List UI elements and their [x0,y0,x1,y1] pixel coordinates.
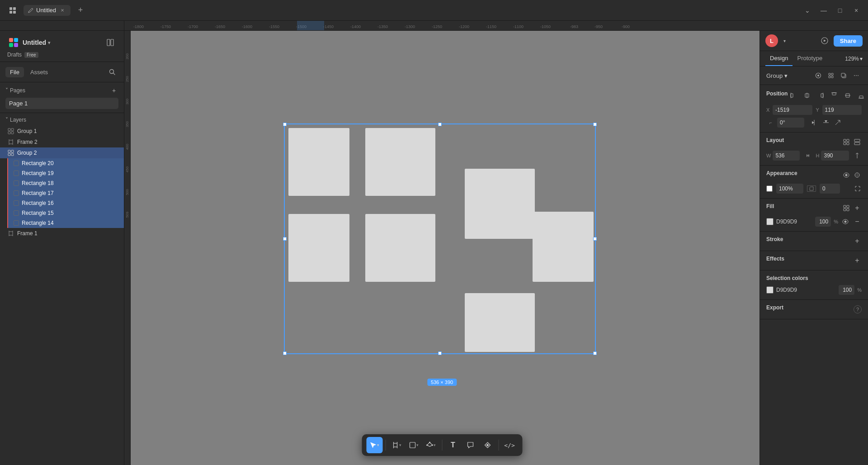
resize-button[interactable] [833,118,842,127]
canvas-rect-2[interactable] [365,128,435,196]
layer-frame2[interactable]: Frame 2 [0,137,124,147]
fill-color-value[interactable]: D9D9D9 [776,218,812,225]
selection-color-swatch[interactable] [766,286,774,294]
fill-eye-button[interactable] [841,217,850,226]
file-tab[interactable]: File [5,67,24,77]
components-tool[interactable] [479,437,495,453]
flip-v-button[interactable] [821,118,830,127]
search-button[interactable] [106,66,118,78]
x-input[interactable] [773,105,812,115]
layer-rect16[interactable]: Rectangle 16 [8,198,124,208]
layout-grid-button[interactable] [842,138,851,147]
layer-visibility-checkbox[interactable] [14,190,19,196]
fill-remove-button[interactable]: − [853,217,862,226]
frame-tool[interactable]: ▾ [388,437,405,453]
fill-grid-button[interactable] [842,204,851,213]
flip-h-button[interactable] [810,118,819,127]
layer-group2[interactable]: Group 2 [0,147,124,158]
layer-visibility-checkbox[interactable] [14,180,19,186]
prototype-tab[interactable]: Prototype [793,51,827,66]
selection-color-opacity-input[interactable] [839,285,854,295]
play-button[interactable] [818,34,831,47]
fill-color-swatch[interactable] [766,218,774,225]
active-tab[interactable]: Untitled × [24,5,71,16]
zoom-control[interactable]: 129% ▾ [845,51,863,66]
layer-rect15[interactable]: Rectangle 15 [8,208,124,218]
fill-add-button[interactable]: + [853,204,862,213]
layer-visibility-checkbox[interactable] [14,171,19,176]
layer-rect14[interactable]: Rectangle 14 [8,218,124,228]
tab-close-button[interactable]: × [59,7,66,14]
opacity-input[interactable] [776,184,803,194]
layer-visibility-checkbox[interactable] [14,200,19,206]
pages-section-header[interactable]: ˅ Pages + [5,86,118,95]
design-tab[interactable]: Design [765,51,793,66]
layer-frame1[interactable]: Frame 1 [0,228,124,239]
canvas-rect-7[interactable] [465,293,535,352]
maximize-button[interactable]: □ [834,4,846,17]
align-left-button[interactable] [788,90,799,101]
selection-handle-br[interactable] [593,351,597,355]
resize-constraint-button[interactable] [853,151,862,160]
fill-opacity-input[interactable] [815,217,831,227]
selection-handle-tr[interactable] [593,123,597,126]
minimize-button[interactable]: — [817,4,830,17]
effects-add-button[interactable]: + [853,256,862,265]
comment-tool[interactable] [462,437,478,453]
close-window-button[interactable]: × [850,4,863,17]
canvas-rect-5[interactable] [365,214,435,282]
sidebar-layout-toggle[interactable] [104,36,117,49]
rect-tool[interactable]: ▾ [406,437,422,453]
user-avatar[interactable]: L [765,34,778,47]
align-center-h-button[interactable] [801,90,813,101]
selection-color-value[interactable]: D9D9D9 [776,287,836,293]
canvas-rect-6[interactable] [533,212,594,282]
layer-rect19[interactable]: Rectangle 19 [8,168,124,178]
layer-visibility-checkbox[interactable] [14,210,19,216]
layer-visibility-checkbox[interactable] [14,161,19,166]
height-input[interactable] [821,151,849,161]
corner-radius-input[interactable] [820,184,840,194]
selection-handle-tc[interactable] [438,123,442,126]
style-button[interactable] [813,70,824,81]
selection-handle-mr[interactable] [593,237,597,241]
component-button[interactable] [826,70,836,81]
layout-settings-button[interactable] [853,138,862,147]
constraint-link[interactable] [803,151,812,160]
width-input[interactable] [773,151,799,161]
layer-rect17[interactable]: Rectangle 17 [8,188,124,198]
align-right-button[interactable] [815,90,826,101]
fullscreen-button[interactable] [854,185,862,193]
opacity-icon[interactable] [853,171,862,180]
sidebar-logo[interactable]: Untitled ▾ [7,36,50,49]
stroke-add-button[interactable]: + [853,237,862,246]
align-top-button[interactable] [828,90,840,101]
visibility-toggle[interactable] [842,171,851,180]
more-options-button[interactable]: ⋯ [851,70,862,81]
selection-handle-tl[interactable] [283,123,287,126]
copy-button[interactable] [838,70,849,81]
selection-handle-bc[interactable] [438,351,442,355]
layer-visibility-checkbox[interactable] [14,220,19,226]
layer-group1[interactable]: Group 1 [0,126,124,137]
select-tool[interactable]: ▾ [366,437,382,453]
layer-rect18[interactable]: Rectangle 18 [8,178,124,188]
add-tab-button[interactable]: + [74,4,87,17]
user-chevron-button[interactable]: ▾ [780,36,789,45]
share-button[interactable]: Share [834,35,863,47]
layers-header[interactable]: ˅ Layers [0,117,124,123]
home-button[interactable] [5,3,20,18]
add-page-button[interactable]: + [109,86,118,95]
canvas-rect-3[interactable] [465,169,535,239]
canvas-rect-1[interactable] [288,128,349,196]
layer-rect20[interactable]: Rectangle 20 [8,158,124,168]
chevron-down-button[interactable]: ⌄ [801,4,814,17]
pen-tool[interactable]: ▾ [423,437,439,453]
text-tool[interactable]: T [445,437,461,453]
canvas-rect-4[interactable] [288,214,349,282]
align-bottom-button[interactable] [855,90,867,101]
page-1-item[interactable]: Page 1 [5,98,118,109]
y-input[interactable] [822,105,862,115]
rotation-input[interactable] [777,118,804,128]
canvas-area[interactable]: 200 250 300 350 400 450 500 509 [124,31,760,465]
